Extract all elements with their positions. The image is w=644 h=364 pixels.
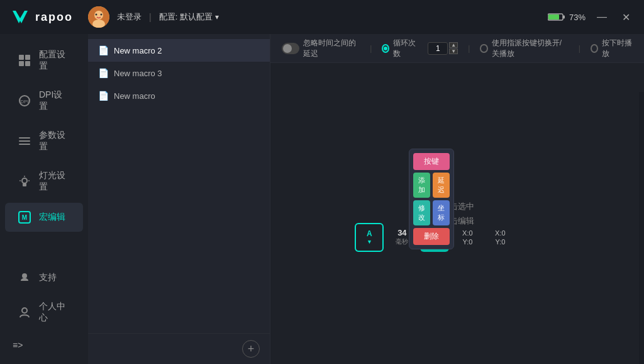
separator2: |: [468, 44, 470, 53]
macro-item-label: New macro 2: [114, 46, 162, 55]
sidebar-item-dpi[interactable]: DPI DPI设置: [5, 82, 83, 120]
svg-rect-11: [19, 61, 24, 66]
title-bar: rapoo 未登录 | 配置: 默认配置 ▾: [0, 0, 644, 34]
ctx-edit-button[interactable]: 修改: [413, 200, 430, 225]
sidebar-item-label: 支持: [39, 272, 57, 283]
count-down-button[interactable]: ▼: [449, 48, 458, 54]
coords-y1: Y:0: [462, 238, 472, 246]
press-radio[interactable]: [591, 44, 598, 53]
svg-rect-17: [19, 144, 30, 145]
sidebar-item-profile[interactable]: 个人中心: [5, 293, 83, 331]
ctx-add-button[interactable]: 添加: [413, 173, 430, 198]
nodes-area: A ▼ 34 毫秒 A ▲ X:: [355, 205, 514, 252]
macro-item-label: New macro: [114, 91, 155, 101]
canvas-area: 左键点击选中 右键点击编辑 A ▼ 34 毫秒: [270, 63, 644, 364]
svg-point-18: [22, 178, 27, 183]
ctx-coords-button[interactable]: 坐标: [433, 200, 450, 225]
loop-count-input[interactable]: ▲ ▼: [428, 42, 458, 55]
toggle-play-radio[interactable]: [480, 44, 487, 53]
count-arrows[interactable]: ▲ ▼: [449, 42, 458, 54]
macro-add-area: +: [88, 333, 270, 364]
svg-rect-9: [19, 55, 24, 60]
battery-icon: [548, 13, 565, 21]
sidebar-bottom: 支持 个人中心 ≡>: [0, 262, 88, 364]
close-button[interactable]: ✕: [618, 10, 634, 25]
dpi-icon: DPI: [18, 94, 31, 108]
svg-rect-23: [23, 183, 26, 186]
loop-radio-group[interactable]: 循环次数: [382, 38, 418, 59]
coords-y2: Y:0: [495, 238, 505, 246]
down-arrow-icon: ▼: [367, 239, 372, 245]
separator: |: [370, 44, 372, 53]
avatar[interactable]: [88, 6, 109, 28]
ctx-delete-button[interactable]: 删除: [413, 228, 450, 245]
press-label: 按下时播放: [602, 38, 633, 59]
main-panel: 忽略时间之间的延迟 | 循环次数 ▲ ▼ | 使用指派按键切换开/关播放 | 按…: [270, 34, 644, 364]
press-radio-group[interactable]: 按下时播放: [591, 38, 633, 59]
ignore-delay-label: 忽略时间之间的延迟: [303, 38, 360, 59]
coords-node-2[interactable]: X:0 Y:0: [486, 223, 514, 252]
svg-rect-16: [19, 140, 30, 142]
ignore-delay-toggle[interactable]: 忽略时间之间的延迟: [282, 38, 360, 59]
sidebar-item-params[interactable]: 参数设置: [5, 122, 83, 160]
svg-point-4: [96, 14, 97, 16]
doc-icon: 📄: [98, 91, 109, 101]
loop-count-field[interactable]: [428, 42, 448, 55]
macro-item[interactable]: 📄 New macro: [88, 84, 270, 107]
toggle-play-label: 使用指派按键切换开/关播放: [492, 38, 569, 59]
minimize-button[interactable]: —: [593, 10, 611, 24]
add-macro-button[interactable]: +: [242, 340, 260, 358]
sidebar: 配置设置 DPI DPI设置 参数设置 灯光设置 M 宏编辑 支持: [0, 34, 88, 364]
sidebar-item-label: 个人中心: [39, 301, 70, 324]
svg-rect-8: [548, 14, 559, 20]
context-menu: 按键 添加 延迟 修改 坐标 删除: [409, 149, 454, 249]
svg-rect-15: [19, 137, 30, 139]
support-icon: [18, 271, 31, 285]
doc-icon: 📄: [98, 45, 109, 55]
options-bar: 忽略时间之间的延迟 | 循环次数 ▲ ▼ | 使用指派按键切换开/关播放 | 按…: [270, 34, 644, 63]
ctx-delay-button[interactable]: 延迟: [433, 173, 450, 198]
config-label[interactable]: 配置: 默认配置 ▾: [159, 11, 219, 23]
sidebar-item-macro[interactable]: M 宏编辑: [5, 203, 83, 232]
macro-item[interactable]: 📄 New macro 3: [88, 62, 270, 84]
battery-area: 73%: [548, 13, 586, 22]
login-text[interactable]: 未登录: [117, 11, 142, 23]
svg-rect-12: [25, 61, 30, 66]
delay-value: 34: [397, 228, 406, 237]
svg-rect-10: [25, 55, 30, 60]
sidebar-item-light[interactable]: 灯光设置: [5, 162, 83, 200]
loop-radio-button[interactable]: [382, 44, 389, 53]
svg-rect-7: [563, 16, 565, 19]
svg-point-5: [101, 14, 103, 16]
macro-item-label: New macro 3: [114, 69, 162, 78]
toggle-radio-group[interactable]: 使用指派按键切换开/关播放: [480, 38, 568, 59]
svg-text:DPI: DPI: [20, 99, 28, 105]
loop-label: 循环次数: [393, 38, 418, 59]
sidebar-item-config[interactable]: 配置设置: [5, 42, 83, 79]
logo-v-icon: [10, 7, 30, 27]
title-bar-right: 73% — ✕: [548, 10, 634, 25]
config-icon: [18, 54, 31, 67]
svg-point-27: [22, 308, 27, 313]
chevron-down-icon: ▾: [215, 13, 219, 21]
params-icon: [18, 134, 31, 148]
sidebar-item-label: 灯光设置: [39, 170, 70, 193]
macro-item[interactable]: 📄 New macro 2: [88, 39, 270, 62]
coords-node-1[interactable]: X:0 Y:0: [453, 223, 482, 252]
coords-x2: X:0: [495, 229, 506, 237]
macro-list-panel: 📄 New macro 2 📄 New macro 3 📄 New macro …: [88, 34, 270, 364]
scrollbar[interactable]: [639, 92, 644, 364]
macro-icon: M: [18, 210, 31, 224]
sidebar-item-label: 宏编辑: [39, 212, 65, 223]
toggle-track[interactable]: [282, 43, 299, 54]
light-icon: [18, 174, 31, 188]
header-center: 未登录 | 配置: 默认配置 ▾: [88, 6, 219, 28]
count-up-button[interactable]: ▲: [449, 42, 458, 48]
sidebar-expand[interactable]: ≡>: [0, 333, 88, 358]
header-divider: |: [149, 12, 152, 22]
profile-icon: [18, 305, 31, 319]
sidebar-item-support[interactable]: 支持: [5, 263, 83, 292]
key-node-a-down[interactable]: A ▼: [355, 223, 384, 252]
battery-percent: 73%: [569, 13, 586, 22]
ctx-key-button[interactable]: 按键: [413, 153, 450, 170]
